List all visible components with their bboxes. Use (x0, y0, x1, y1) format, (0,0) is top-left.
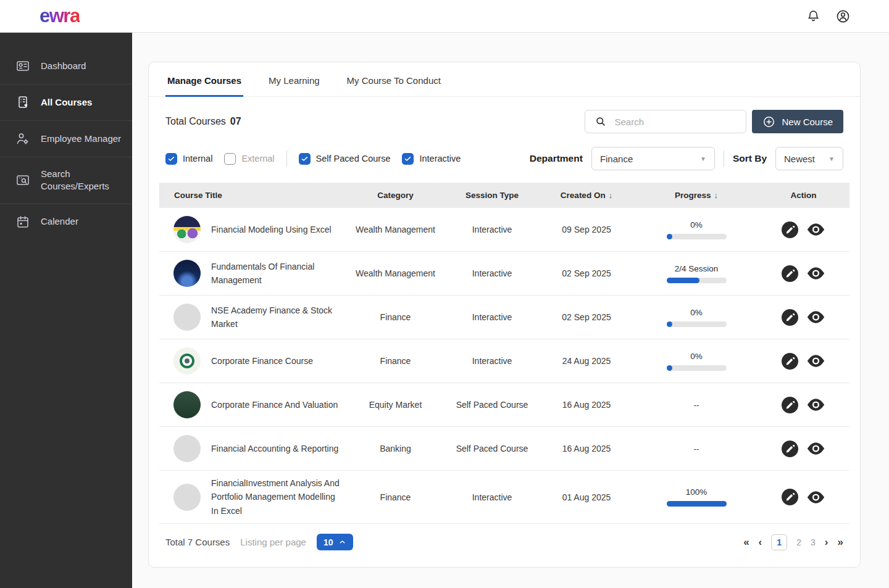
sidebar-item-all-courses[interactable]: All Courses (0, 85, 132, 121)
checkbox-external[interactable]: External (224, 153, 274, 165)
sidebar-item-label: All Courses (41, 96, 92, 109)
department-select[interactable]: Finance ▼ (591, 147, 715, 170)
edit-button[interactable] (782, 441, 798, 457)
tab-bar: Manage CoursesMy LearningMy Course To Co… (149, 62, 860, 97)
course-title-cell: Financial Accounting & Reporting (159, 435, 344, 462)
brand-logo[interactable]: ewra (40, 5, 80, 27)
search-icon (595, 115, 607, 128)
next-page-button[interactable]: › (825, 537, 828, 547)
course-category: Equity Market (344, 400, 446, 410)
course-title[interactable]: Corporate Finance And Valuation (211, 398, 338, 412)
view-button[interactable] (806, 310, 825, 325)
view-button[interactable] (806, 490, 825, 505)
new-course-button[interactable]: New Course (752, 110, 843, 133)
progress-fill (667, 278, 699, 283)
sort-select[interactable]: Newest ▼ (775, 147, 843, 170)
page-2[interactable]: 2 (796, 537, 801, 547)
course-thumbnail (173, 391, 201, 418)
checkbox-label: Self Paced Course (316, 154, 391, 164)
last-page-button[interactable]: » (838, 537, 843, 547)
table-footer: Total 7 Courses Listing per page 10 « ‹ … (149, 524, 860, 550)
footer-total-courses: Total 7 Courses (165, 537, 230, 547)
page-3[interactable]: 3 (811, 537, 816, 547)
divider (286, 151, 287, 167)
edit-button[interactable] (782, 309, 798, 326)
view-button[interactable] (806, 441, 825, 456)
prev-page-button[interactable]: ‹ (759, 537, 762, 547)
edit-button[interactable] (782, 222, 798, 238)
column-header-created-on[interactable]: Created On↓ (538, 191, 635, 200)
edit-button[interactable] (782, 397, 798, 413)
pagination: « ‹ 123 › » (743, 534, 843, 550)
listing-per-page-label: Listing per page (240, 537, 306, 547)
column-header-progress[interactable]: Progress↓ (635, 191, 758, 200)
sidebar-item-employee-manager[interactable]: Employee Manager (0, 121, 132, 157)
table-row: Corporate Finance CourseFinanceInteracti… (159, 339, 849, 383)
tab-my-course-to-conduct[interactable]: My Course To Conduct (345, 62, 443, 97)
employee-icon (15, 131, 30, 146)
notifications-bell-icon[interactable] (806, 9, 821, 24)
edit-button[interactable] (782, 353, 798, 370)
progress-bar (667, 278, 727, 283)
column-label: Action (791, 191, 817, 200)
course-category: Banking (344, 444, 446, 453)
department-value: Finance (600, 154, 633, 164)
profile-avatar-icon[interactable] (835, 9, 851, 24)
view-button[interactable] (806, 397, 825, 412)
progress-label: 0% (690, 220, 703, 230)
column-label: Session Type (465, 191, 519, 200)
total-courses-count: 07 (230, 116, 241, 126)
view-button[interactable] (806, 354, 825, 368)
course-session-type: Interactive (446, 492, 538, 502)
table-header: Course TitleCategorySession TypeCreated … (159, 183, 849, 208)
progress-label: 100% (686, 487, 707, 497)
tab-my-learning[interactable]: My Learning (267, 62, 322, 97)
first-page-button[interactable]: « (743, 537, 749, 547)
course-title[interactable]: Corporate Finance Course (211, 354, 313, 368)
course-title[interactable]: NSE Academy Finance & Stock Market (211, 304, 341, 331)
table-row: Financial Modeling Using ExcelWealth Man… (159, 208, 849, 252)
course-title[interactable]: Financial Modeling Using Excel (211, 223, 332, 236)
sidebar-item-dashboard[interactable]: Dashboard (0, 48, 132, 85)
course-title[interactable]: Financial Accounting & Reporting (211, 442, 338, 455)
edit-button[interactable] (782, 489, 798, 505)
tab-manage-courses[interactable]: Manage Courses (165, 62, 243, 97)
course-created-on: 01 Aug 2025 (538, 492, 635, 502)
edit-button[interactable] (782, 265, 798, 282)
sidebar-item-calender[interactable]: Calender (0, 204, 132, 240)
course-progress: 100% (635, 487, 758, 507)
sort-value: Newest (784, 154, 815, 164)
courses-icon (15, 95, 30, 110)
column-header-action: Action (758, 191, 849, 200)
view-button[interactable] (806, 266, 825, 281)
department-label: Department (530, 153, 583, 164)
search-input[interactable] (614, 117, 740, 127)
table-row: FinancialInvestment Analysis And Portfol… (159, 471, 849, 524)
course-title[interactable]: Fundamentals Of Financial Management (211, 260, 341, 288)
progress-label: 0% (690, 352, 703, 361)
view-button[interactable] (806, 222, 825, 237)
checkbox-self-paced-course[interactable]: Self Paced Course (299, 153, 391, 165)
page-1[interactable]: 1 (771, 534, 787, 550)
progress-fill (667, 234, 672, 239)
column-label: Progress (675, 191, 711, 200)
course-title-cell: FinancialInvestment Analysis And Portfol… (159, 476, 344, 518)
per-page-selector[interactable]: 10 (317, 534, 353, 550)
course-title-cell: NSE Academy Finance & Stock Market (159, 304, 344, 331)
divider (724, 151, 724, 167)
checkbox-interactive[interactable]: Interactive (402, 153, 461, 165)
course-session-type: Self Paced Course (446, 444, 538, 453)
course-thumbnail (173, 260, 201, 287)
course-title-cell: Corporate Finance And Valuation (159, 391, 344, 418)
checkbox-label: External (241, 154, 274, 164)
page-numbers: 123 (771, 534, 816, 550)
dashboard-icon (15, 59, 30, 73)
per-page-value: 10 (323, 537, 333, 547)
course-created-on: 02 Sep 2025 (538, 312, 635, 322)
course-progress: 2/4 Session (635, 264, 758, 283)
sidebar-item-search-courses-experts[interactable]: Search Courses/Experts (0, 157, 132, 204)
checkbox-internal[interactable]: Internal (165, 153, 212, 165)
main-content: Manage CoursesMy LearningMy Course To Co… (132, 33, 889, 588)
course-title[interactable]: FinancialInvestment Analysis And Portfol… (211, 476, 341, 518)
course-title-cell: Fundamentals Of Financial Management (159, 260, 344, 288)
